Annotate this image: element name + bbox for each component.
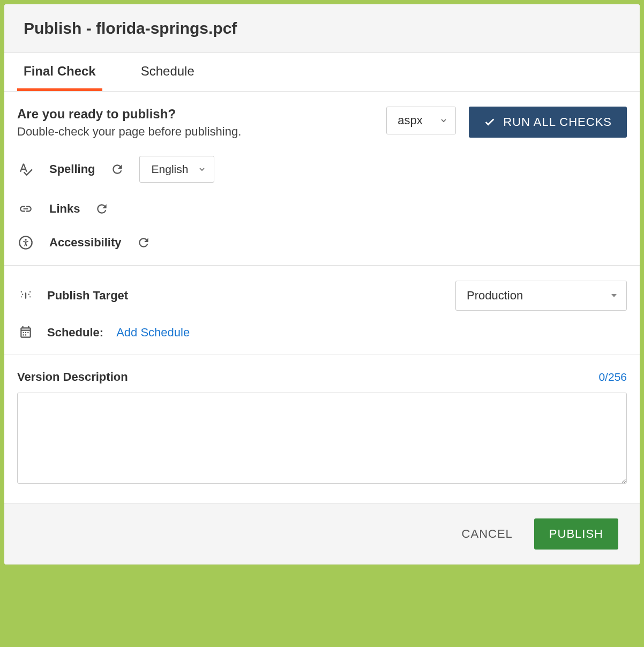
publish-target-select[interactable]: Production [455,281,627,311]
dialog-footer: CANCEL PUBLISH [4,503,640,565]
refresh-icon[interactable] [95,202,109,216]
chevron-down-icon [198,165,206,174]
publish-target-label: Publish Target [47,289,128,303]
link-icon [17,202,34,216]
accessibility-label: Accessibility [49,236,122,250]
publish-target-row: Publish Target Production [17,281,627,311]
dialog-header: Publish - florida-springs.pcf [4,4,640,53]
version-description-input[interactable] [17,393,627,484]
refresh-icon[interactable] [110,162,124,176]
broadcast-icon [17,288,34,303]
tabs: Final Check Schedule [4,53,640,92]
ready-title: Are you ready to publish? [17,107,373,122]
accessibility-check-row: Accessibility [17,235,627,250]
links-check-row: Links [17,202,627,216]
accessibility-icon [17,235,34,250]
spelling-label: Spelling [49,162,95,176]
cancel-button[interactable]: CANCEL [458,520,517,548]
publish-dialog: Publish - florida-springs.pcf Final Chec… [4,4,640,565]
tab-final-check[interactable]: Final Check [17,53,102,91]
ready-subtitle: Double-check your page before publishing… [17,125,373,139]
check-icon [484,116,496,128]
run-all-label: RUN ALL CHECKS [503,115,612,129]
char-counter: 0/256 [598,371,627,383]
calendar-icon [17,326,34,340]
language-select[interactable]: English [139,156,215,183]
spelling-check-row: Spelling English [17,156,627,183]
version-description-label: Version Description [17,370,128,384]
svg-point-1 [25,239,27,241]
format-select-value: aspx [398,114,422,127]
links-label: Links [49,202,80,216]
add-schedule-link[interactable]: Add Schedule [116,326,190,340]
ready-section: Are you ready to publish? Double-check y… [4,92,640,266]
publish-target-value: Production [467,289,523,302]
description-section: Version Description 0/256 [4,355,640,503]
settings-section: Publish Target Production Schedule: Add … [4,266,640,355]
schedule-row: Schedule: Add Schedule [17,326,627,340]
chevron-down-icon [439,116,448,125]
publish-button[interactable]: PUBLISH [534,518,618,550]
dialog-title: Publish - florida-springs.pcf [24,19,620,37]
tab-schedule[interactable]: Schedule [134,53,201,91]
schedule-label: Schedule: [47,326,103,340]
language-select-value: English [152,163,189,175]
format-select[interactable]: aspx [386,107,456,134]
run-all-checks-button[interactable]: RUN ALL CHECKS [469,107,627,138]
spellcheck-icon [17,162,34,177]
refresh-icon[interactable] [137,236,151,250]
